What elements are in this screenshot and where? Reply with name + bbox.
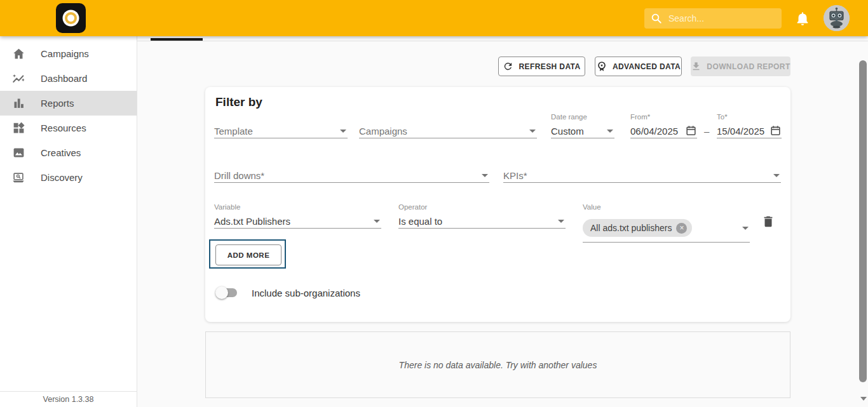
add-more-button[interactable]: ADD MORE <box>215 244 281 265</box>
bar-chart-icon <box>11 97 25 110</box>
image-icon <box>11 146 25 160</box>
app-window: Campaigns Dashboard <box>0 0 868 407</box>
chevron-down-icon <box>529 130 536 133</box>
sidebar: Campaigns Dashboard <box>0 36 137 407</box>
chip-remove-icon[interactable]: × <box>676 223 687 234</box>
trash-icon <box>761 214 775 229</box>
include-sub-organizations-row: Include sub-organizations <box>215 286 360 299</box>
operator-label: Operator <box>398 203 566 214</box>
notifications-button[interactable] <box>794 10 811 27</box>
date-to-value: 15/04/2025 <box>717 126 765 137</box>
date-range-value: Custom <box>551 126 584 137</box>
search-icon <box>651 13 662 24</box>
include-sub-organizations-label: Include sub-organizations <box>252 288 360 298</box>
scrollbar-thumb[interactable] <box>859 60 867 382</box>
sidebar-item-label: Campaigns <box>41 48 89 59</box>
template-select[interactable]: Template <box>214 124 348 138</box>
date-to-label: To* <box>717 113 782 124</box>
brand-logo[interactable] <box>56 3 86 33</box>
sidebar-item-creatives[interactable]: Creatives <box>0 140 137 165</box>
scrollbar-down-arrow-icon[interactable] <box>860 397 867 401</box>
award-badge-icon <box>596 61 607 72</box>
chevron-down-icon <box>340 130 346 133</box>
kpis-select[interactable]: KPIs* <box>503 168 781 183</box>
chevron-down-icon <box>742 227 749 230</box>
sidebar-item-label: Discovery <box>41 172 83 183</box>
chevron-down-icon <box>773 174 780 177</box>
advanced-data-label: ADVANCED DATA <box>613 62 681 71</box>
global-search <box>644 8 782 29</box>
drill-downs-placeholder: Drill downs* <box>214 170 264 181</box>
sidebar-nav: Campaigns Dashboard <box>0 41 137 190</box>
empty-message: There is no data available. Try with ano… <box>399 360 597 370</box>
chevron-down-icon <box>558 220 564 223</box>
variable-select[interactable]: Variable Ads.txt Publishers <box>214 203 381 229</box>
sidebar-item-campaigns[interactable]: Campaigns <box>0 41 137 66</box>
app-version: Version 1.3.38 <box>0 391 137 407</box>
main-content: REFRESH DATA ADVANCED DATA DOWNLOAD REPO… <box>137 36 868 407</box>
campaigns-placeholder: Campaigns <box>359 126 407 137</box>
sidebar-item-discovery[interactable]: Discovery <box>0 165 137 190</box>
campaigns-select[interactable]: Campaigns <box>359 124 537 138</box>
calendar-icon[interactable] <box>685 124 697 137</box>
kpis-placeholder: KPIs* <box>503 170 527 181</box>
brand-logo-icon <box>56 3 86 33</box>
value-select[interactable]: Value All ads.txt publishers × <box>583 203 750 243</box>
calendar-icon[interactable] <box>770 124 782 137</box>
date-range-select[interactable]: Date range Custom <box>551 113 614 138</box>
trending-icon <box>11 72 25 86</box>
date-separator: – <box>704 126 709 137</box>
vertical-scrollbar <box>859 36 867 407</box>
laptop-search-icon <box>11 171 25 185</box>
date-from-label: From* <box>630 113 697 124</box>
date-to-field[interactable]: To* 15/04/2025 <box>717 113 782 138</box>
delete-condition-button[interactable] <box>761 214 775 229</box>
sidebar-item-label: Dashboard <box>41 73 87 84</box>
include-sub-organizations-toggle[interactable] <box>215 286 238 299</box>
sidebar-item-label: Reports <box>41 98 74 109</box>
add-more-focus-outline: ADD MORE <box>209 239 286 269</box>
value-label: Value <box>583 203 750 214</box>
date-from-field[interactable]: From* 06/04/2025 <box>630 113 697 138</box>
add-more-label: ADD MORE <box>227 251 270 259</box>
sidebar-item-label: Creatives <box>41 147 81 158</box>
variable-label: Variable <box>214 203 381 214</box>
robot-avatar-icon <box>824 5 850 31</box>
advanced-data-button[interactable]: ADVANCED DATA <box>595 57 682 76</box>
sidebar-item-reports[interactable]: Reports <box>0 91 137 116</box>
operator-select[interactable]: Operator Is equal to <box>398 203 566 229</box>
chevron-down-icon <box>482 174 488 177</box>
download-icon <box>691 61 702 72</box>
refresh-icon <box>503 61 513 72</box>
user-avatar[interactable] <box>824 5 850 31</box>
drill-downs-select[interactable]: Drill downs* <box>214 168 489 183</box>
top-bar <box>0 0 868 36</box>
sidebar-item-dashboard[interactable]: Dashboard <box>0 66 137 91</box>
operator-value: Is equal to <box>398 216 442 227</box>
filter-panel: Filter by Template Campaigns Date range … <box>205 87 790 322</box>
sidebar-item-label: Resources <box>41 123 86 133</box>
value-chip: All ads.txt publishers × <box>583 219 692 237</box>
bell-icon <box>794 10 811 27</box>
refresh-data-label: REFRESH DATA <box>519 62 580 71</box>
widgets-icon <box>11 121 25 135</box>
filter-panel-title: Filter by <box>215 95 262 109</box>
refresh-data-button[interactable]: REFRESH DATA <box>498 57 585 76</box>
sidebar-item-resources[interactable]: Resources <box>0 116 137 140</box>
download-report-label: DOWNLOAD REPORT <box>707 62 790 71</box>
date-from-value: 06/04/2025 <box>630 126 679 137</box>
value-chip-text: All ads.txt publishers <box>590 223 672 233</box>
variable-value: Ads.txt Publishers <box>214 216 290 227</box>
chevron-down-icon <box>607 130 613 133</box>
toggle-knob <box>215 286 228 299</box>
tab-strip <box>137 36 868 41</box>
results-empty-state: There is no data available. Try with ano… <box>205 331 790 398</box>
active-tab-indicator[interactable] <box>151 38 203 41</box>
date-range-label: Date range <box>551 113 614 124</box>
chevron-down-icon <box>374 220 380 223</box>
template-placeholder: Template <box>214 126 253 137</box>
download-report-button[interactable]: DOWNLOAD REPORT <box>691 57 790 76</box>
home-icon <box>11 47 25 61</box>
search-input[interactable] <box>668 13 770 23</box>
